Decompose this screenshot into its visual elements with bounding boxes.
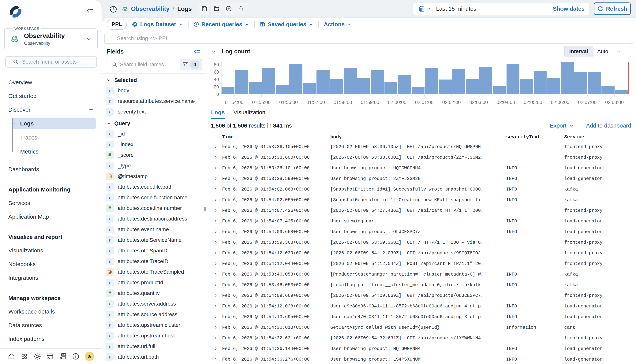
field-item[interactable]: tresource.attributes.service.name — [102, 96, 206, 106]
table-row[interactable]: Feb 6, 2026 @ 01:53:46.053+00:00[LocalLo… — [206, 280, 636, 290]
expand-row-icon[interactable] — [213, 198, 222, 202]
history-icon[interactable] — [109, 4, 117, 13]
expand-row-icon[interactable] — [213, 314, 222, 319]
field-item[interactable]: #attributes.code.line.number — [102, 203, 206, 214]
sidebar-item-notebooks[interactable]: Notebooks — [0, 257, 102, 271]
expand-row-icon[interactable] — [213, 219, 222, 223]
interval-select[interactable]: Auto — [593, 46, 631, 57]
sidebar-item-overview[interactable]: Overview — [0, 76, 102, 89]
histogram-bar[interactable] — [330, 79, 343, 94]
table-row[interactable]: Feb 6, 2026 @ 01:54:02.055+00:00[Snapsho… — [206, 194, 636, 205]
histogram-bar[interactable] — [289, 64, 302, 94]
tab-logs[interactable]: Logs — [211, 109, 225, 119]
histogram-bar[interactable] — [574, 72, 587, 94]
log-count-histogram[interactable]: 806040200 — [221, 62, 628, 94]
table-row[interactable]: Feb 6, 2026 @ 01:54:09.669+00:00[2026-02… — [206, 290, 636, 301]
table-row[interactable]: Feb 6, 2026 @ 01:54:12.039+00:00[2026-02… — [206, 248, 636, 258]
table-row[interactable]: Feb 6, 2026 @ 01:54:12.038+00:00User c9e… — [206, 301, 636, 312]
table-row[interactable]: Feb 6, 2026 @ 01:53:36.105+00:00[2026-02… — [206, 142, 636, 152]
table-row[interactable]: Feb 6, 2026 @ 01:54:30.018+00:00GetCartA… — [206, 322, 636, 333]
share-button[interactable] — [235, 3, 247, 14]
field-item[interactable]: tseverityText — [102, 106, 206, 117]
refresh-button[interactable]: Refresh — [594, 2, 631, 15]
field-item[interactable]: #attributes.quantity — [102, 288, 206, 298]
field-item[interactable]: @timestamp — [102, 171, 206, 182]
histogram-bar[interactable] — [276, 85, 289, 94]
field-search-input[interactable]: Search field names — [106, 59, 180, 70]
actions-menu[interactable]: Actions — [324, 21, 352, 28]
field-item[interactable]: tattributes.destination.address — [102, 214, 206, 224]
field-item[interactable]: #_score — [102, 150, 206, 160]
histogram-bar[interactable] — [235, 70, 248, 94]
field-item[interactable]: tattributes.url.full — [102, 341, 206, 352]
table-row[interactable]: Feb 6, 2026 @ 01:53:38.600+00:00[2026-02… — [206, 152, 636, 163]
expand-row-icon[interactable] — [213, 230, 222, 234]
sidebar-item-workspace-details[interactable]: Workspace details — [0, 305, 102, 318]
recent-queries-menu[interactable]: Recent queries — [194, 21, 249, 28]
query-editor[interactable]: 1 Search using </> PPL — [105, 33, 633, 44]
open-button[interactable] — [211, 3, 223, 14]
collapse-sidebar-icon[interactable] — [87, 7, 94, 14]
field-filter-control[interactable]: 0 — [180, 59, 202, 70]
field-item[interactable]: attributes.otelTraceSampled — [102, 267, 206, 277]
sidebar-item-discover[interactable]: Discover — [0, 103, 102, 116]
date-picker[interactable]: Last 15 minutes Show dates — [413, 3, 590, 15]
sidebar-search-input[interactable]: Search menu or assets — [5, 56, 97, 68]
field-item[interactable]: tattributes.url.query — [102, 362, 206, 364]
table-row[interactable]: Feb 6, 2026 @ 01:53:59.368+00:00[2026-02… — [206, 237, 636, 248]
field-item[interactable]: tattributes.source.address — [102, 309, 206, 320]
table-row[interactable]: Feb 6, 2026 @ 01:54:02.063+00:00[Snapsho… — [206, 184, 636, 194]
histogram-bar[interactable] — [425, 68, 438, 94]
expand-row-icon[interactable] — [213, 304, 222, 308]
table-row[interactable]: Feb 6, 2026 @ 01:53:38.599+00:00User bro… — [206, 173, 636, 184]
field-item[interactable]: tattributes.url.path — [102, 352, 206, 362]
column-header-time[interactable]: Time — [222, 134, 330, 140]
table-row[interactable]: Feb 6, 2026 @ 01:54:07.436+00:00[2026-02… — [206, 205, 636, 216]
add-panel-icon[interactable] — [59, 352, 67, 360]
save-button[interactable] — [198, 3, 211, 14]
histogram-bar[interactable] — [466, 79, 479, 94]
histogram-bar[interactable] — [384, 82, 397, 94]
histogram-bar[interactable] — [520, 79, 533, 94]
expand-row-icon[interactable] — [213, 240, 222, 245]
column-header-body[interactable]: body — [330, 134, 506, 140]
field-item[interactable]: tattributes.otelSpanID — [102, 246, 206, 256]
panel-resize-handle[interactable]: ‖ — [204, 206, 206, 213]
expand-row-icon[interactable] — [213, 336, 222, 340]
expand-row-icon[interactable] — [213, 357, 222, 362]
histogram-bar[interactable] — [601, 86, 614, 94]
expand-row-icon[interactable] — [213, 187, 222, 192]
info-icon[interactable] — [72, 352, 80, 360]
field-item[interactable]: tattributes.productId — [102, 277, 206, 288]
field-item[interactable]: t_id — [102, 128, 206, 139]
sidebar-item-application-map[interactable]: Application Map — [0, 210, 102, 224]
sidebar-item-get-started[interactable]: Get started — [0, 89, 102, 103]
time-range-value[interactable]: Last 15 minutes — [436, 6, 553, 12]
histogram-bar[interactable] — [439, 80, 452, 94]
expand-row-icon[interactable] — [213, 166, 222, 170]
histogram-bar[interactable] — [452, 69, 465, 94]
histogram-bar[interactable] — [222, 87, 234, 94]
field-item[interactable]: tattributes.code.file.path — [102, 182, 206, 192]
table-row[interactable]: Feb 6, 2026 @ 01:54:13.695+00:00User cae… — [206, 312, 636, 322]
expand-row-icon[interactable] — [213, 208, 222, 213]
field-item[interactable]: tattributes.otelTraceID — [102, 256, 206, 267]
breadcrumb-workspace-link[interactable]: Observability — [131, 5, 170, 12]
expand-row-icon[interactable] — [213, 325, 222, 330]
dev-console-icon[interactable] — [46, 352, 54, 360]
expand-row-icon[interactable] — [213, 251, 222, 255]
histogram-bar[interactable] — [615, 90, 628, 94]
home-icon[interactable] — [8, 352, 15, 360]
histogram-bar[interactable] — [534, 71, 546, 94]
table-row[interactable]: Feb 6, 2026 @ 01:54:36.276+00:00User bro… — [206, 354, 636, 364]
field-item[interactable]: tattributes.event.name — [102, 224, 206, 235]
histogram-bar[interactable] — [547, 78, 560, 94]
histogram-bar[interactable] — [398, 75, 411, 94]
tab-visualization[interactable]: Visualization — [234, 109, 265, 119]
field-item[interactable]: tattributes.server.address — [102, 298, 206, 309]
sidebar-item-dashboards[interactable]: Dashboards — [0, 162, 102, 176]
table-row[interactable]: Feb 6, 2026 @ 01:54:09.668+00:00User bro… — [206, 226, 636, 237]
field-item[interactable]: tattributes.code.function.name — [102, 192, 206, 203]
histogram-bar[interactable] — [588, 72, 601, 94]
histogram-bar[interactable] — [316, 70, 329, 94]
